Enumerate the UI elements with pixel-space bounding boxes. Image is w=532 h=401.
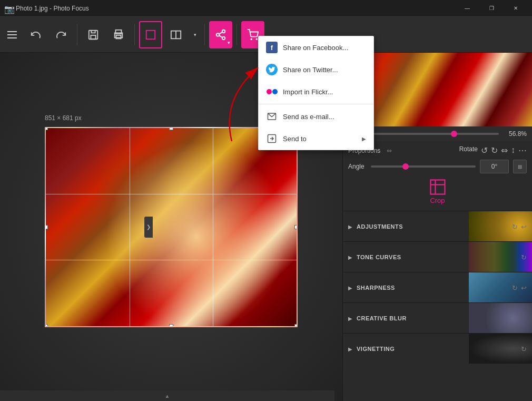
photo-canvas[interactable] [45,127,298,327]
crop-handle-mr[interactable] [294,225,298,229]
svg-point-9 [222,36,225,40]
svg-point-13 [256,38,257,40]
crop-label: Crop [430,197,445,204]
flip-h-icon[interactable]: ⇔ [501,145,508,155]
share-dropdown: f Share on Facebook... Share on Twitter.… [258,36,374,150]
close-button[interactable]: ✕ [504,0,528,17]
crop-button[interactable] [139,21,162,48]
angle-thumb[interactable] [402,163,409,170]
send-to-label: Send to [283,135,357,143]
accordion-creative-blur-header: ▶ CREATIVE BLUR [343,303,532,333]
share-twitter-label: Share on Twitter... [283,66,366,74]
accordion-adjustments[interactable]: ▶ ADJUSTMENTS ↻ ↩ [343,211,532,241]
accordion-tone-curves[interactable]: ▶ TONE CURVES ↻ [343,241,532,272]
accordion-vignetting-label: VIGNETTING [357,346,395,352]
save-button[interactable] [82,21,105,48]
angle-row: Angle 0° ⊞ [348,160,527,173]
accordion-arrow-icon: ▶ [348,346,352,352]
send-email-item[interactable]: Send as e-mail... [259,105,373,128]
undo-icon[interactable]: ↩ [521,223,527,231]
accordion-creative-blur[interactable]: ▶ CREATIVE BLUR [343,302,532,333]
proportions-icon[interactable]: ⇔ [387,147,392,154]
accordion-sharpness-label: SHARPNESS [357,285,395,291]
accordion-arrow-icon: ▶ [348,224,352,230]
accordion-sub-icons: ↻ [521,253,527,261]
reset-icon[interactable]: ↻ [512,223,518,231]
zoom-slider[interactable] [361,133,499,135]
flip-v-icon[interactable]: ↕ [511,145,515,155]
reset-icon[interactable]: ↻ [512,284,518,292]
crop-handle-tm[interactable] [169,127,173,130]
more-crop-options[interactable]: ⋯ [518,145,527,155]
accordion-sub-icons: ↻ ↩ [512,223,527,231]
reset-icon[interactable]: ↻ [521,253,527,261]
crop-apply-button[interactable]: Crop [348,178,527,204]
crop-handle-bm[interactable] [169,324,173,327]
undo-icon[interactable]: ↩ [521,284,527,292]
svg-point-8 [216,33,220,36]
angle-adjust-button[interactable]: ⊞ [513,160,527,173]
accordion-sharpness[interactable]: ▶ SHARPNESS ↻ ↩ [343,272,532,302]
accordion-vignetting[interactable]: ▶ VIGNETTING ↻ [343,333,532,364]
flickr-icon [266,86,278,97]
share-button[interactable]: ▾ [209,21,232,48]
accordion-arrow-icon: ▶ [348,316,352,321]
zoom-value-label: 56.8% [503,130,527,138]
facebook-icon: f [266,42,278,53]
accordion-arrow-icon: ▶ [348,285,352,291]
accordion-sub-icons: ↻ ↩ [512,284,527,292]
image-container: 851 × 681 px [45,127,298,327]
import-flickr-item[interactable]: Import in Flickr... [259,81,373,103]
titlebar: 📷 Photo 1.jpg - Photo Focus — ❐ ✕ [0,0,532,17]
compare-button[interactable] [164,21,188,48]
angle-label: Angle [348,163,367,170]
sendto-icon [266,133,278,144]
crop-section: Proportions ⇔ Rotate ↺ ↻ ⇔ ↕ ⋯ Angle 0° … [343,141,532,211]
menu-button[interactable] [4,23,20,46]
angle-input[interactable]: 0° [480,160,509,173]
crop-handle-ml[interactable] [45,225,48,229]
accordion-vignetting-header: ▶ VIGNETTING ↻ [343,334,532,364]
import-flickr-label: Import in Flickr... [283,88,366,96]
twitter-icon [266,64,278,75]
email-icon [266,111,278,122]
share-facebook-label: Share on Facebook... [283,44,366,52]
minimize-button[interactable]: — [455,0,479,17]
scroll-up-button[interactable]: ▲ [165,393,170,399]
send-email-label: Send as e-mail... [283,113,366,121]
dropdown-separator [259,104,373,104]
toolbar-separator [237,24,237,45]
print-button[interactable] [107,21,130,48]
crop-handle-bl[interactable] [45,324,48,327]
crop-handle-br[interactable] [294,324,298,327]
menu-icon-line [7,31,17,32]
crop-controls-row: Proportions ⇔ Rotate ↺ ↻ ⇔ ↕ ⋯ [348,145,527,155]
share-facebook-item[interactable]: f Share on Facebook... [259,36,373,58]
rotate-cw-icon[interactable]: ↻ [491,145,498,155]
menu-icon-line [7,34,17,35]
toolbar-dropdown[interactable]: ▾ [190,21,200,48]
window-title: Photo 1.jpg - Photo Focus [16,5,455,12]
send-to-item[interactable]: Send to ▶ [259,128,373,150]
toolbar-separator [204,24,205,45]
svg-point-7 [222,30,225,33]
undo-button[interactable] [24,21,47,48]
rotate-label: Rotate [459,145,478,155]
angle-slider[interactable] [371,165,476,168]
accordion-sharpness-header: ▶ SHARPNESS ↻ ↩ [343,272,532,302]
svg-point-12 [251,38,252,40]
app-icon: 📷 [4,4,13,13]
panel-expand-button[interactable]: ❯ [144,217,153,238]
restore-button[interactable]: ❐ [479,0,504,17]
accordion-creative-blur-label: CREATIVE BLUR [357,315,407,321]
rotate-ccw-icon[interactable]: ↺ [481,145,488,155]
submenu-arrow-icon: ▶ [362,136,366,142]
accordion-adjustments-label: ADJUSTMENTS [357,223,403,230]
accordion-tone-curves-header: ▶ TONE CURVES ↻ [343,242,532,272]
reset-icon[interactable]: ↻ [521,345,527,353]
redo-button[interactable] [50,21,73,48]
zoom-thumb[interactable] [451,131,457,137]
crop-handle-tl[interactable] [45,127,48,130]
share-twitter-item[interactable]: Share on Twitter... [259,58,373,81]
photo-mask [46,128,297,326]
